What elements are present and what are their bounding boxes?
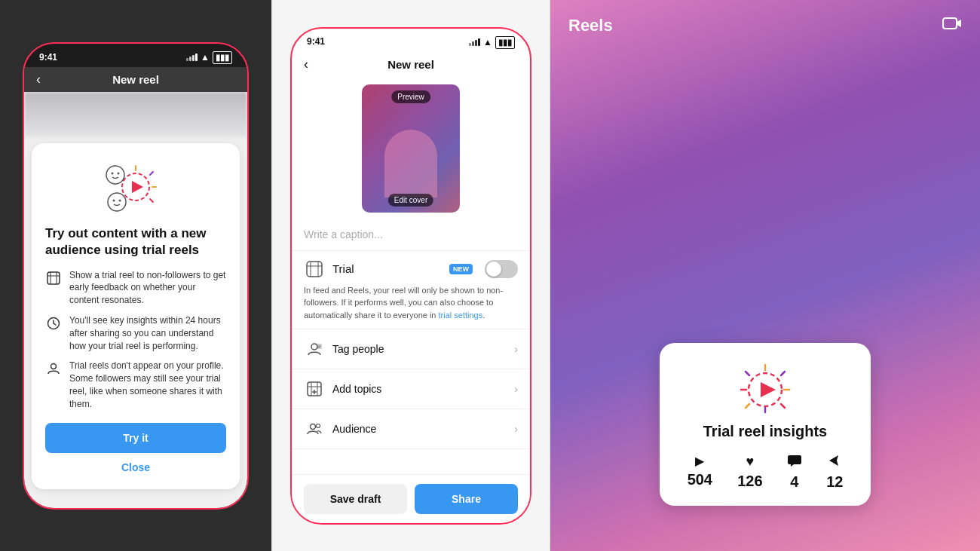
status-time-2: 9:41 xyxy=(307,36,325,49)
svg-rect-20 xyxy=(307,262,322,277)
camera-icon[interactable] xyxy=(942,15,962,35)
audience-row[interactable]: Audience › xyxy=(292,409,530,449)
insights-card: Trial reel insights ▶ 504 ♥ 126 4 12 xyxy=(660,343,871,506)
trial-settings-link[interactable]: trial settings xyxy=(439,311,483,320)
insights-stats: ▶ 504 ♥ 126 4 12 xyxy=(675,454,856,491)
svg-rect-12 xyxy=(47,272,60,284)
save-draft-button[interactable]: Save draft xyxy=(304,484,407,514)
shares-value: 12 xyxy=(826,473,843,491)
shares-icon xyxy=(828,454,841,470)
svg-line-42 xyxy=(781,404,785,408)
insights-icon-area xyxy=(675,361,856,415)
close-button[interactable]: Close xyxy=(45,461,226,473)
preview-badge: Preview xyxy=(391,90,430,103)
svg-rect-35 xyxy=(943,18,957,29)
trial-description: In feed and Reels, your reel will only b… xyxy=(304,284,518,322)
trial-section: Trial NEW In feed and Reels, your reel w… xyxy=(292,251,530,330)
trial-reel-icon xyxy=(304,259,325,280)
phone-1: 9:41 ▲ ▮▮▮ ‹ New reel xyxy=(23,42,249,510)
caption-area[interactable]: Write a caption... xyxy=(292,222,530,251)
new-badge: NEW xyxy=(449,264,473,274)
svg-point-34 xyxy=(317,424,320,428)
svg-marker-38 xyxy=(761,382,776,397)
svg-line-40 xyxy=(781,372,785,375)
svg-point-7 xyxy=(119,199,121,201)
stat-shares: 12 xyxy=(826,454,843,491)
video-preview-area: Preview Edit cover xyxy=(292,78,530,222)
svg-line-44 xyxy=(746,404,749,408)
phone1-content: Try out content with a new audience usin… xyxy=(24,92,247,508)
audience-chevron: › xyxy=(514,423,518,435)
video-thumbnail[interactable]: Preview Edit cover xyxy=(362,84,460,213)
audience-icon xyxy=(304,418,325,439)
trial-insights-icon xyxy=(735,361,795,415)
plays-icon: ▶ xyxy=(695,454,704,468)
svg-point-19 xyxy=(51,364,57,369)
tag-people-label: Tag people xyxy=(332,343,514,355)
plays-value: 504 xyxy=(688,471,712,488)
edit-cover-badge[interactable]: Edit cover xyxy=(388,194,433,207)
status-time-1: 9:41 xyxy=(39,52,57,63)
blurred-background xyxy=(24,92,247,137)
svg-point-2 xyxy=(106,166,124,184)
wifi-icon: ▲ xyxy=(201,52,210,63)
status-icons-1: ▲ ▮▮▮ xyxy=(186,51,232,64)
svg-line-9 xyxy=(150,172,153,175)
modal-icon-area xyxy=(45,158,226,215)
panel-2: 9:41 ▲ ▮▮▮ ‹ New reel Preview xyxy=(271,0,550,551)
signal-icon-2 xyxy=(469,38,480,46)
stat-likes: ♥ 126 xyxy=(737,454,762,490)
back-button-1[interactable]: ‹ xyxy=(36,72,41,87)
add-topics-row[interactable]: Add topics › xyxy=(292,369,530,409)
panel-1: 9:41 ▲ ▮▮▮ ‹ New reel xyxy=(0,0,271,551)
caption-placeholder[interactable]: Write a caption... xyxy=(304,228,383,240)
tag-people-row[interactable]: # Tag people › xyxy=(292,329,530,369)
panel-3: Reels xyxy=(550,0,980,551)
video-silhouette xyxy=(384,130,437,197)
tag-people-icon: # xyxy=(304,338,325,360)
profile-icon xyxy=(45,360,62,377)
battery-icon: ▮▮▮ xyxy=(213,51,232,64)
status-bar-2: 9:41 ▲ ▮▮▮ xyxy=(292,29,530,52)
nav-title-2: New reel xyxy=(387,58,434,71)
modal-list: Show a trial reel to non-followers to ge… xyxy=(45,269,226,411)
add-topics-label: Add topics xyxy=(332,383,514,395)
back-button-2[interactable]: ‹ xyxy=(304,57,308,72)
phone2-action-bar: Save draft Share xyxy=(292,474,530,523)
modal-title: Try out content with a new audience usin… xyxy=(45,225,226,259)
reels-header: Reels xyxy=(550,0,980,43)
share-button[interactable]: Share xyxy=(415,484,518,514)
add-topics-chevron: › xyxy=(514,383,518,395)
phone2-navbar: ‹ New reel xyxy=(292,52,530,78)
battery-icon-2: ▮▮▮ xyxy=(495,36,515,49)
svg-point-6 xyxy=(113,199,115,201)
phone2-body[interactable]: Preview Edit cover Write a caption... xyxy=(292,78,530,474)
reels-title: Reels xyxy=(568,16,613,35)
list-item-3: Trial reels don't appear on your profile… xyxy=(45,360,226,410)
phone-2: 9:41 ▲ ▮▮▮ ‹ New reel Preview xyxy=(290,27,531,525)
trial-toggle[interactable] xyxy=(485,260,518,278)
list-item-1: Show a trial reel to non-followers to ge… xyxy=(45,269,226,307)
likes-icon: ♥ xyxy=(746,454,755,470)
reel-icon xyxy=(45,270,62,286)
svg-marker-1 xyxy=(132,181,143,193)
toggle-knob xyxy=(486,262,501,277)
trial-reels-icon xyxy=(102,158,170,215)
try-it-button[interactable]: Try it xyxy=(45,423,226,453)
svg-point-33 xyxy=(311,424,316,430)
status-bar-1: 9:41 ▲ ▮▮▮ xyxy=(24,44,247,67)
wifi-icon-2: ▲ xyxy=(483,37,492,47)
trial-label: Trial xyxy=(332,262,442,275)
tag-people-chevron: › xyxy=(514,343,518,355)
svg-point-4 xyxy=(118,172,120,174)
status-icons-2: ▲ ▮▮▮ xyxy=(469,36,515,49)
comments-icon xyxy=(788,454,801,470)
svg-line-11 xyxy=(150,199,153,202)
svg-point-3 xyxy=(112,172,114,174)
add-topics-icon xyxy=(304,378,325,399)
likes-value: 126 xyxy=(737,473,762,490)
svg-point-5 xyxy=(108,193,126,211)
trial-row: Trial NEW xyxy=(304,259,518,280)
trial-reels-modal: Try out content with a new audience usin… xyxy=(32,143,240,489)
stat-plays: ▶ 504 xyxy=(688,454,712,488)
